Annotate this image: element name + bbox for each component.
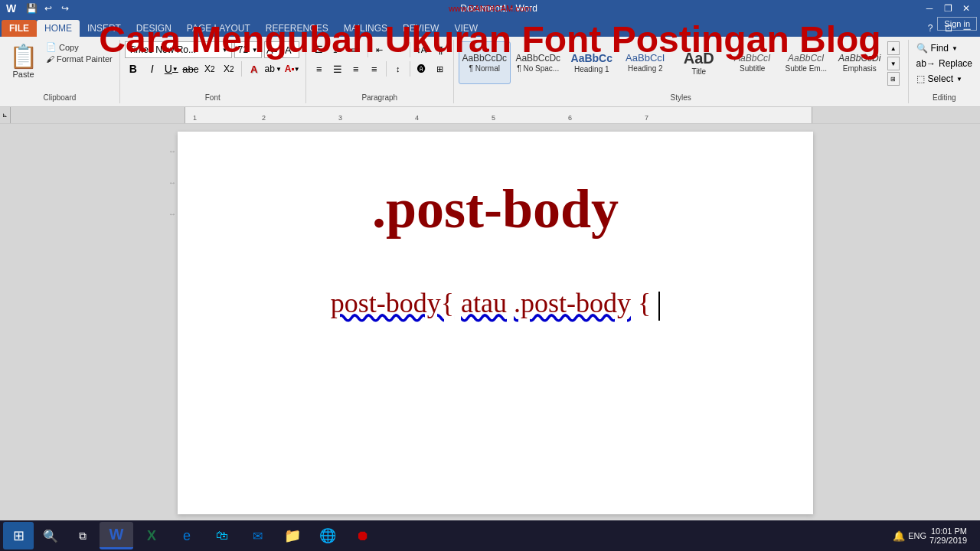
style-subtitle[interactable]: AaBbCcI Subtitle <box>727 41 779 84</box>
tab-insert[interactable]: INSERT <box>80 20 129 37</box>
align-right-button[interactable]: ≡ <box>348 60 364 77</box>
justify-button[interactable]: ≡ <box>366 60 383 77</box>
tab-review[interactable]: REVIEW <box>395 20 446 37</box>
select-button[interactable]: ⬚ Select ▼ <box>913 72 965 86</box>
ribbon-help-button[interactable]: ? <box>922 20 939 37</box>
tab-file[interactable]: FILE <box>2 20 37 37</box>
copy-button[interactable]: 📄 Copy <box>44 41 115 53</box>
taskbar-time: 10:01 PM <box>931 527 967 536</box>
highlight-color-button[interactable]: ab ▼ <box>265 60 282 77</box>
align-center-button[interactable]: ☰ <box>329 60 346 77</box>
paste-button[interactable]: 📋 Paste <box>5 41 42 80</box>
para-divider-3 <box>386 61 387 77</box>
numbering-button[interactable]: 1≡ <box>329 41 346 58</box>
restore-button[interactable]: ❐ <box>940 2 956 15</box>
style-subtle-emphasis[interactable]: AaBbCcI Subtle Em... <box>780 41 832 84</box>
format-painter-button[interactable]: 🖌 Format Painter <box>44 54 115 64</box>
font-name-arrow: ▼ <box>222 47 228 54</box>
font-color-button[interactable]: A ▼ <box>284 60 301 77</box>
styles-scroll-down[interactable]: ▼ <box>887 57 900 70</box>
style-heading1[interactable]: AaBbCc Heading 1 <box>566 41 618 84</box>
close-button[interactable]: ✕ <box>959 2 974 15</box>
font-size-selector[interactable]: 72 ▼ <box>234 41 262 58</box>
strikethrough-button[interactable]: abc <box>182 60 199 77</box>
ruler-1: 1 <box>193 114 197 122</box>
shading-button[interactable]: 🅐 <box>413 60 430 77</box>
store-taskbar-icon: 🛍 <box>216 529 228 543</box>
explorer-taskbar-button[interactable]: 📁 <box>276 522 309 549</box>
document-area: ↔ ↔ ↔ .post-body post-body{ atau .post-b… <box>0 124 980 520</box>
undo-qa-button[interactable]: ↩ <box>41 1 56 16</box>
styles-scroll-up[interactable]: ▲ <box>887 41 900 55</box>
start-button[interactable]: ⊞ <box>3 522 34 549</box>
decrease-indent-button[interactable]: ⇤ <box>371 41 388 58</box>
styles-more[interactable]: ⊞ <box>887 72 900 86</box>
italic-button[interactable]: I <box>144 60 161 77</box>
select-label: Select <box>928 73 953 84</box>
superscript-button[interactable]: X2 <box>220 60 237 77</box>
task-view-button[interactable]: ⧉ <box>67 522 98 549</box>
style-no-spacing[interactable]: AaBbCcDc ¶ No Spac... <box>512 41 564 84</box>
text-effect-button[interactable]: A <box>246 60 263 77</box>
increase-indent-button[interactable]: ⇥ <box>390 41 407 58</box>
para-row-2: ≡ ☰ ≡ ≡ ↕ 🅐 ⊞ <box>311 60 449 77</box>
edge-taskbar-button[interactable]: e <box>170 522 204 549</box>
ruler-tab-button[interactable]: ⊾ <box>0 107 11 123</box>
document-page[interactable]: .post-body post-body{ atau .post-body { <box>178 132 813 514</box>
search-icon: 🔍 <box>43 529 58 543</box>
signin-button[interactable]: Sign in <box>937 17 977 31</box>
task-view-icon: ⧉ <box>79 530 87 543</box>
style-title-label: Title <box>691 67 706 76</box>
style-emphasis[interactable]: AaBbCcDi Emphasis <box>834 41 886 84</box>
bullets-button[interactable]: ☰ <box>311 41 328 58</box>
border-button[interactable]: ⊞ <box>432 60 449 77</box>
tab-page-layout[interactable]: PAGE LAYOUT <box>179 20 258 37</box>
tab-references[interactable]: REFERENCES <box>258 20 336 37</box>
tab-design[interactable]: DESIGN <box>129 20 179 37</box>
font-size-increase-button[interactable]: A▲ <box>264 41 281 58</box>
line-spacing-button[interactable]: ↕ <box>390 60 407 77</box>
ruler-6: 6 <box>568 114 572 122</box>
find-button[interactable]: 🔍 Find ▼ <box>913 41 961 55</box>
excel-taskbar-button[interactable]: X <box>135 522 168 549</box>
word-taskbar-button[interactable]: W <box>100 522 133 549</box>
align-left-button[interactable]: ≡ <box>311 60 328 77</box>
font-size-decrease-button[interactable]: A▼ <box>283 41 299 58</box>
save-qa-button[interactable]: 💾 <box>24 1 39 16</box>
copy-label: Copy <box>59 43 79 52</box>
para-divider-1 <box>368 42 368 57</box>
style-normal[interactable]: AaBbCcDc ¶ Normal <box>459 41 511 84</box>
chrome-taskbar-button[interactable]: 🌐 <box>311 522 345 549</box>
recording-taskbar-button[interactable]: ⏺ <box>346 522 380 549</box>
font-name-selector[interactable]: Times New Ro... ▼ <box>125 41 232 58</box>
word-taskbar-icon: W <box>109 526 124 543</box>
style-normal-label: ¶ Normal <box>469 64 500 73</box>
store-taskbar-button[interactable]: 🛍 <box>205 522 239 549</box>
tab-view[interactable]: VIEW <box>446 20 485 37</box>
ruler-left-margin <box>11 107 185 123</box>
show-marks-button[interactable]: ¶ <box>432 41 449 58</box>
secondary-text-3: .post-body <box>514 288 631 318</box>
style-heading2[interactable]: AaBbCcI Heading 2 <box>619 41 671 84</box>
minimize-button[interactable]: ─ <box>922 2 937 15</box>
underline-button[interactable]: U ▼ <box>163 60 180 77</box>
style-subtitle-label: Subtitle <box>740 64 765 73</box>
redo-qa-button[interactable]: ↪ <box>57 1 73 16</box>
copy-icon: 📄 <box>46 42 57 52</box>
tab-home[interactable]: HOME <box>37 20 80 37</box>
styles-group-label: Styles <box>454 93 908 102</box>
replace-button[interactable]: ab→ Replace <box>913 57 975 70</box>
style-title[interactable]: AaD Title <box>673 41 725 84</box>
mail-taskbar-icon: ✉ <box>253 529 263 543</box>
sort-button[interactable]: ↕A <box>413 41 430 58</box>
secondary-text-1: post-body{ <box>331 288 454 318</box>
secondary-text-2: atau <box>461 288 507 318</box>
mail-taskbar-button[interactable]: ✉ <box>240 522 274 549</box>
multilevel-list-button[interactable]: ≡≡ <box>348 41 364 58</box>
style-subtitle-preview: AaBbCcI <box>734 54 770 63</box>
search-button[interactable]: 🔍 <box>35 522 66 549</box>
bold-button[interactable]: B <box>125 60 142 77</box>
tab-mailings[interactable]: MAILINGS <box>336 20 395 37</box>
subscript-button[interactable]: X2 <box>201 60 218 77</box>
editing-group-label: Editing <box>909 93 980 102</box>
